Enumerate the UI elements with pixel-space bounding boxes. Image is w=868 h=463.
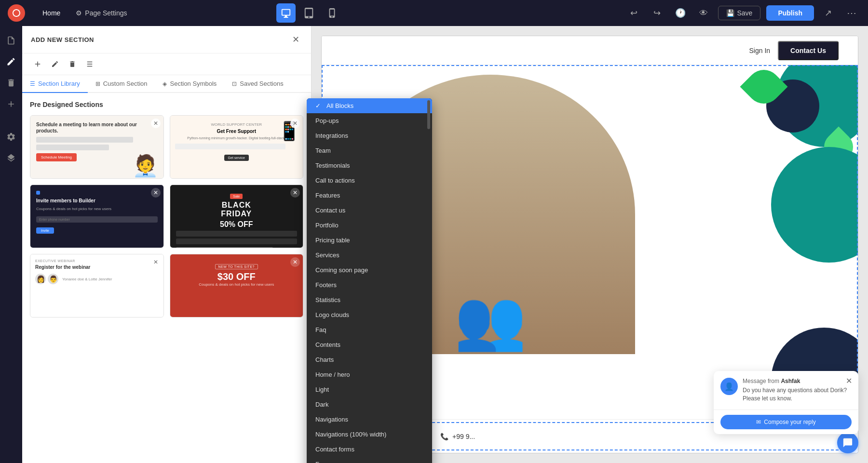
section-card-newsite[interactable]: ✕ NEW TO THIS SITE? $30 OFF Coupons & de…	[170, 254, 304, 317]
left-sidebar	[0, 26, 22, 463]
dropdown-item-coming-soon[interactable]: Coming soon page	[307, 263, 432, 278]
dropdown-item-services[interactable]: Services	[307, 248, 432, 263]
panel-header: ADD NEW SECTION ✕	[22, 26, 311, 53]
undo-btn[interactable]: ↩	[625, 4, 643, 22]
device-switcher	[276, 3, 342, 23]
card-img-blackfriday: Sale BLACKFRIDAY 50% OFF	[170, 185, 303, 248]
dropdown-item-forms[interactable]: Forms	[307, 457, 432, 463]
dropdown-scrollbar[interactable]	[427, 100, 430, 129]
redo-btn[interactable]: ↪	[649, 4, 666, 22]
tablet-device-btn[interactable]	[299, 3, 319, 23]
panel-content: Pre Designed Sections ✕ Schedule a meeti…	[22, 93, 311, 463]
chat-from-label: Message from Ashfak	[743, 378, 852, 384]
tab-section-library[interactable]: ☰ Section Library	[22, 75, 88, 93]
dropdown-item-faq[interactable]: Faq	[307, 322, 432, 337]
preview-btn[interactable]: 👁	[695, 4, 712, 22]
phone-cta: 📞 +99 9...	[440, 433, 475, 440]
mobile-device-btn[interactable]	[323, 3, 342, 23]
chat-bubble-btn[interactable]	[837, 432, 858, 453]
chat-avatar: 👤	[720, 378, 738, 395]
toolbar-delete-icon[interactable]	[66, 57, 79, 71]
more-menu-btn[interactable]: ⋯	[843, 7, 860, 19]
section-card-blackfriday[interactable]: ✕ Sale BLACKFRIDAY 50% OFF	[170, 185, 304, 248]
toolbar-more-icon[interactable]	[83, 57, 96, 71]
avatar-1: 👩	[35, 274, 46, 284]
card-img-newsite: NEW TO THIS SITE? $30 OFF Coupons & deal…	[170, 254, 303, 317]
dropdown-item-contents[interactable]: Contents	[307, 337, 432, 352]
history-btn[interactable]: 🕐	[672, 4, 689, 22]
dropdown-item-charts[interactable]: Charts	[307, 352, 432, 367]
nav-right-actions: ↩ ↪ 🕐 👁 💾 Save Publish ↗ ⋯	[625, 4, 860, 22]
card-img-support: WORLD SUPPORT CENTER Get Free Support Py…	[170, 116, 303, 178]
dropdown-item-portfolio[interactable]: Portfolio	[307, 218, 432, 233]
sidebar-delete-icon[interactable]	[2, 74, 20, 92]
card-close-btn-2[interactable]: ✕	[290, 119, 300, 128]
desktop-device-btn[interactable]	[276, 3, 296, 23]
card-close-btn-5[interactable]: ✕	[151, 257, 161, 267]
editor-area: ADD NEW SECTION ✕ ☰ Section Library	[22, 26, 868, 463]
panel-title: ADD NEW SECTION	[31, 36, 94, 43]
sidebar-settings-icon[interactable]	[2, 128, 20, 146]
card-support-cta[interactable]: Get service	[224, 155, 249, 161]
dropdown-item-testimonials[interactable]: Testimonials	[307, 158, 432, 173]
dropdown-item-statistics[interactable]: Statistics	[307, 292, 432, 307]
section-card-support[interactable]: ✕ WORLD SUPPORT CENTER Get Free Support …	[170, 115, 304, 179]
section-card-schedule[interactable]: ✕ Schedule a meeting to learn more about…	[30, 115, 164, 179]
dropdown-item-contact-forms[interactable]: Contact forms	[307, 442, 432, 457]
panel-close-button[interactable]: ✕	[289, 33, 302, 46]
chat-message: Message from Ashfak Do you have any ques…	[743, 378, 852, 403]
dropdown-item-contact-us[interactable]: Contact us	[307, 203, 432, 218]
toolbar-add-icon[interactable]	[31, 57, 44, 71]
card-close-btn-4[interactable]: ✕	[290, 188, 300, 198]
logo[interactable]	[8, 4, 25, 22]
toolbar-edit-icon[interactable]	[48, 57, 62, 71]
dropdown-item-call-to-actions[interactable]: Call to actions	[307, 173, 432, 188]
compose-reply-btn[interactable]: ✉ Compose your reply	[720, 415, 852, 429]
page-settings-tab[interactable]: ⚙ Page Settings	[68, 0, 135, 26]
card-close-btn-3[interactable]: ✕	[151, 188, 161, 198]
dropdown-item-light[interactable]: Light	[307, 382, 432, 397]
external-link-btn[interactable]: ↗	[820, 4, 837, 22]
tab-section-symbols[interactable]: ◈ Section Symbols	[155, 75, 224, 93]
dropdown-item-navigations[interactable]: Navigations	[307, 412, 432, 427]
dropdown-item-features[interactable]: Features	[307, 188, 432, 203]
card-invite-cta[interactable]: Invite	[36, 227, 54, 234]
dropdown-item-navigations-full[interactable]: Navigations (100% width)	[307, 427, 432, 442]
dropdown-item-home-hero[interactable]: Home / hero	[307, 367, 432, 382]
card-img-invite: Invite members to Builder Coupons & deal…	[30, 185, 163, 248]
card-invite-input[interactable]	[36, 216, 158, 223]
section-card-invite[interactable]: ✕ Invite members to Builder Coupons & de…	[30, 185, 164, 248]
card-img-schedule: Schedule a meeting to learn more about o…	[30, 116, 163, 178]
card-close-btn-1[interactable]: ✕	[151, 119, 161, 128]
section-card-webinar[interactable]: ✕ EXECUTIVE WEBINAR Register for the web…	[30, 254, 164, 317]
dropdown-item-dark[interactable]: Dark	[307, 397, 432, 412]
tab-saved-sections[interactable]: ⊡ Saved Sections	[224, 75, 291, 93]
dropdown-item-logo-clouds[interactable]: Logo clouds	[307, 307, 432, 322]
dropdown-item-integrations[interactable]: Integrations	[307, 128, 432, 143]
card-schedule-cta[interactable]: Schedule Meeting	[36, 153, 77, 161]
save-button[interactable]: 💾 Save	[718, 6, 761, 20]
card-img-webinar: EXECUTIVE WEBINAR Register for the webin…	[30, 254, 163, 317]
preview-contact-btn[interactable]: Contact Us	[778, 41, 839, 60]
sidebar-pages-icon[interactable]	[2, 32, 20, 49]
sidebar-add-icon[interactable]	[2, 95, 20, 113]
dropdown-item-popups[interactable]: Pop-ups	[307, 113, 432, 128]
publish-button[interactable]: Publish	[766, 5, 814, 21]
dropdown-item-all-blocks[interactable]: All Blocks	[307, 98, 432, 113]
person-illustration: 🧑‍💼	[132, 153, 159, 178]
preview-navigation: Sign In Contact Us	[322, 36, 858, 65]
avatar-2: 👨	[48, 274, 58, 284]
dropdown-item-pricing-table[interactable]: Pricing table	[307, 233, 432, 248]
panel-toolbar	[22, 53, 311, 75]
shape-teal-right	[771, 147, 858, 263]
tab-custom-section[interactable]: ⊞ Custom Section	[88, 75, 155, 93]
dropdown-item-footers[interactable]: Footers	[307, 278, 432, 292]
sidebar-layers-icon[interactable]	[2, 149, 20, 167]
card-close-btn-6[interactable]: ✕	[290, 257, 300, 267]
sidebar-edit-icon[interactable]	[2, 53, 20, 70]
section-cards-grid: ✕ Schedule a meeting to learn more about…	[30, 115, 303, 317]
dropdown-item-team[interactable]: Team	[307, 143, 432, 158]
pre-designed-title: Pre Designed Sections	[30, 101, 303, 108]
home-tab[interactable]: Home	[35, 0, 68, 26]
preview-signin-link[interactable]: Sign In	[749, 47, 771, 54]
